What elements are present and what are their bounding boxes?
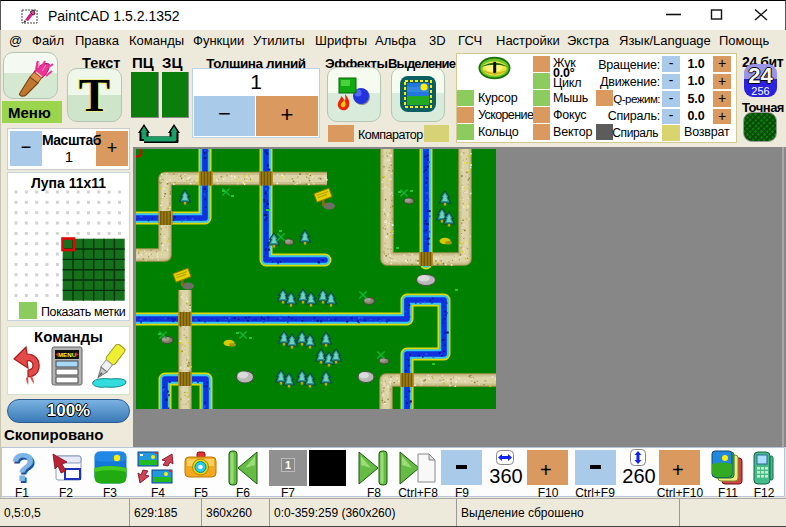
svg-text:MENU: MENU xyxy=(58,351,77,358)
